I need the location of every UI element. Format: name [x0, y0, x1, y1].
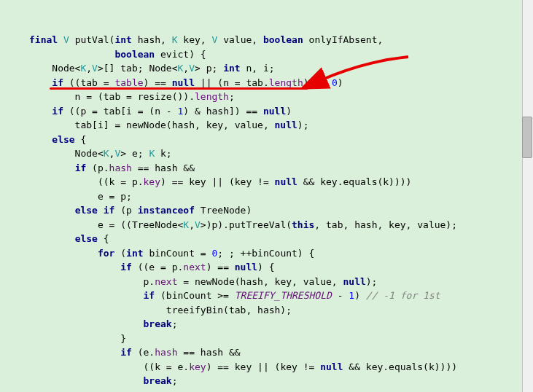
code-token: e = p; — [29, 191, 132, 202]
code-token — [29, 290, 144, 301]
code-token: treeifyBin(tab, hash); — [29, 305, 292, 315]
code-token: > p; — [195, 63, 223, 74]
code-token — [29, 262, 120, 273]
code-token: boolean — [263, 34, 309, 45]
code-token: ; — [172, 375, 178, 386]
source-code: final V putVal(int hash, K key, V value,… — [29, 33, 526, 392]
code-token: if — [120, 262, 137, 273]
code-token: hash — [109, 162, 132, 173]
code-token: , tab, hash, key, value); — [314, 219, 457, 230]
code-token: null — [343, 276, 365, 287]
code-token: , — [86, 63, 92, 74]
code-token: V — [63, 34, 75, 45]
code-token: ); — [366, 276, 378, 287]
code-token: == hash && — [132, 162, 195, 173]
code-token: V — [212, 34, 224, 45]
code-token: ((k = e. — [29, 361, 189, 372]
code-token: int — [223, 63, 246, 74]
code-token: || (n = tab. — [201, 77, 269, 88]
code-token: ; ; ++binCount) { — [217, 248, 314, 259]
code-token: V — [195, 219, 201, 230]
code-token: && key.equals(k)))) — [349, 361, 457, 372]
code-token — [29, 106, 52, 117]
code-token: >[] tab; Node< — [98, 63, 178, 74]
code-token — [29, 248, 98, 259]
code-token: instanceof — [138, 205, 201, 216]
code-token: { — [80, 134, 86, 145]
code-token: if — [52, 77, 69, 88]
code-token: (binCount >= — [160, 290, 235, 301]
code-token: K — [149, 148, 160, 159]
code-token: 1 — [349, 290, 354, 301]
code-token: > e; — [120, 148, 149, 159]
code-token: ; — [229, 91, 235, 102]
code-token: K — [172, 34, 184, 45]
code-token: V — [189, 63, 195, 74]
code-token: ( — [120, 248, 126, 259]
code-token: putVal( — [75, 34, 115, 45]
code-token: key, — [183, 34, 211, 45]
code-token — [29, 375, 144, 386]
code-token: } — [29, 333, 126, 344]
code-token: null — [235, 262, 257, 273]
code-token — [29, 77, 52, 88]
code-token: length — [195, 91, 229, 102]
code-token — [29, 347, 120, 358]
code-token: binCount = — [149, 248, 211, 259]
code-token: this — [292, 219, 314, 230]
code-token: boolean — [114, 49, 160, 60]
code-token: V — [92, 63, 98, 74]
code-token: ) == — [206, 262, 235, 273]
code-token: null — [320, 361, 349, 372]
code-token — [29, 318, 144, 329]
code-token: key — [144, 176, 160, 187]
code-token: ((e = p. — [138, 262, 184, 273]
code-token: n = (tab = resize()). — [29, 91, 195, 102]
code-token: break — [144, 375, 172, 386]
code-token: ) { — [257, 262, 274, 273]
code-token: ) — [354, 290, 366, 301]
scrollbar-thumb[interactable] — [522, 117, 532, 158]
code-token: key — [189, 361, 206, 372]
code-token: 0 — [332, 77, 338, 88]
scrollbar-track[interactable] — [522, 0, 533, 392]
code-token: // -1 for 1st — [366, 290, 440, 301]
code-token: = newNode(hash, key, value, — [178, 276, 343, 287]
code-token: ) == key || (key != — [206, 361, 321, 372]
code-token: ; — [172, 318, 178, 329]
code-token: final — [29, 34, 63, 45]
code-token: null — [275, 119, 297, 130]
code-token: ) & hash]) == — [183, 106, 263, 117]
code-token — [29, 162, 75, 173]
code-token: length — [269, 77, 303, 88]
code-token: && key.equals(k)))) — [303, 176, 412, 187]
code-token: e = ((TreeNode< — [29, 219, 183, 230]
code-token — [29, 134, 52, 145]
code-token: ) == — [144, 77, 172, 88]
code-token: Node< — [29, 148, 104, 159]
code-token: - — [332, 290, 349, 301]
code-token: k; — [160, 148, 172, 159]
code-token — [29, 233, 75, 244]
code-token: else — [75, 233, 104, 244]
code-token: n, i; — [246, 63, 274, 74]
code-token: ); — [297, 119, 309, 130]
code-token: for — [98, 248, 120, 259]
code-token — [29, 49, 114, 60]
code-token: ) — [338, 77, 343, 88]
code-token: ) == — [303, 77, 332, 88]
code-token: p. — [29, 276, 155, 287]
code-token: ((k = p. — [29, 176, 144, 187]
code-token: int — [114, 34, 137, 45]
code-token: if — [75, 162, 92, 173]
code-token: ) — [286, 106, 292, 117]
code-token: (p. — [92, 162, 109, 173]
code-token: == hash && — [178, 347, 241, 358]
code-token: null — [275, 176, 303, 187]
code-token: TreeNode) — [201, 205, 252, 216]
code-token: Node< — [29, 63, 80, 74]
code-token: TREEIFY_THRESHOLD — [235, 290, 332, 301]
code-token: (e. — [138, 347, 155, 358]
code-token: null — [263, 106, 286, 117]
code-token: K — [183, 219, 189, 230]
